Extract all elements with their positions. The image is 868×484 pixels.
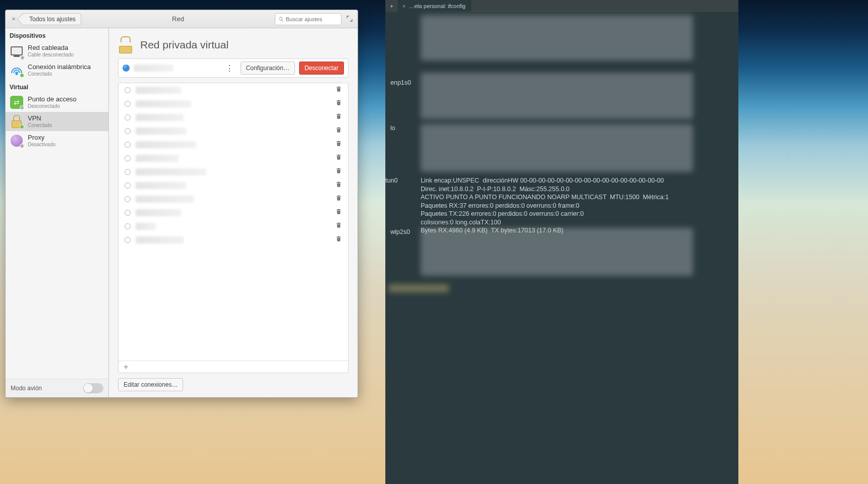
tun0-l1: Link encap:UNSPEC direcciónHW 00-00-00-0… [421,177,664,184]
active-connection-name [134,65,173,72]
trash-icon[interactable] [335,126,342,136]
window-title: Red [84,15,272,23]
sidebar-item-sub: Desactivado [28,142,55,148]
sidebar-item-wired[interactable]: Red cableada Cable desconectado [6,41,108,60]
connection-row[interactable] [119,219,348,233]
titlebar: × Todos los ajustes Red [6,10,358,28]
connection-name [136,87,181,94]
radio-icon[interactable] [125,155,131,161]
tun0-l2: Direc. inet:10.8.0.2 P-t-P:10.8.0.2 Másc… [421,186,569,193]
sidebar-item-wifi[interactable]: Conexión inalámbrica Conectado [6,60,108,80]
iface-lo: lo [390,124,421,133]
sidebar-item-sub: Conectado [28,123,52,129]
maximize-icon[interactable] [344,15,355,24]
back-button[interactable]: Todos los ajustes [22,13,81,25]
radio-icon[interactable] [125,183,131,189]
connection-row[interactable] [119,151,348,165]
sidebar-item-label: Punto de acceso [28,96,77,103]
connection-row[interactable] [119,110,348,124]
trash-icon[interactable] [335,167,342,176]
sidebar-item-label: VPN [28,115,52,123]
radio-icon[interactable] [125,128,131,134]
search-field[interactable] [275,13,341,25]
connection-row[interactable] [119,233,348,247]
radio-icon[interactable] [125,223,131,229]
trash-icon[interactable] [335,140,342,149]
radio-icon[interactable] [125,237,131,243]
connection-name [136,182,186,189]
radio-icon[interactable] [125,210,131,216]
sidebar-item-sub: Desconectado [28,103,77,109]
connection-name [136,141,196,148]
terminal-tab-close-icon[interactable]: × [402,3,406,9]
connection-name [136,236,184,244]
radio-icon[interactable] [125,142,131,148]
radio-icon[interactable] [125,169,131,175]
connection-name [136,128,186,135]
search-input[interactable] [286,16,338,22]
sidebar-header-devices: Dispositivos [6,28,108,41]
connection-name [136,155,179,162]
active-connection-bar: ⋮ Configuración… Desconectar [118,58,349,78]
radio-icon[interactable] [125,114,131,120]
terminal-window: + × …eta personal: ifconfig enp1s0 lo tu… [385,0,738,484]
trash-icon[interactable] [335,85,342,95]
trash-icon[interactable] [335,221,342,231]
lock-icon [118,36,133,53]
trash-icon[interactable] [335,235,342,245]
sidebar-item-label: Conexión inalámbrica [28,64,91,71]
sidebar-item-label: Proxy [28,134,55,142]
edit-connections-button[interactable]: Editar conexiones… [118,378,183,391]
kebab-icon[interactable]: ⋮ [225,64,234,73]
connection-list: + [118,83,349,373]
connection-name [136,223,156,230]
radio-icon[interactable] [125,87,131,93]
connection-row[interactable] [119,206,348,219]
search-icon [278,16,284,22]
tun0-l5: Paquetes TX:226 errores:0 perdidos:0 ove… [421,210,584,217]
check-icon [123,65,130,72]
wifi-icon [10,63,24,77]
tun0-l4: Paquetes RX:37 errores:0 perdidos:0 over… [421,202,580,209]
sidebar-item-sub: Cable desconectado [28,52,74,58]
iface-enp1s0: enp1s0 [390,79,421,87]
wired-icon [10,44,24,58]
terminal-tab[interactable]: × …eta personal: ifconfig [398,0,471,12]
iface-tun0: tun0 [385,176,421,185]
trash-icon[interactable] [335,208,342,217]
sidebar-item-hotspot[interactable]: ⇄ Punto de acceso Desconectado [6,93,108,112]
connection-name [136,196,194,203]
connection-name [136,114,184,121]
connection-row[interactable] [119,83,348,97]
disconnect-button[interactable]: Desconectar [299,62,344,75]
main-header: Red privada virtual [118,36,349,53]
radio-icon[interactable] [125,101,131,107]
radio-icon[interactable] [125,196,131,202]
sidebar-item-vpn[interactable]: VPN Conectado [6,112,108,131]
connection-row[interactable] [119,165,348,178]
trash-icon[interactable] [335,153,342,163]
trash-icon[interactable] [335,194,342,204]
page-title: Red privada virtual [140,39,228,51]
connection-name [136,100,191,107]
back-button-label: Todos los ajustes [29,16,76,23]
connection-row[interactable] [119,97,348,110]
connection-row[interactable] [119,192,348,206]
terminal-new-tab[interactable]: + [385,0,398,12]
configure-button[interactable]: Configuración… [241,62,295,75]
airplane-mode-toggle[interactable] [83,383,103,393]
connection-row[interactable] [119,138,348,151]
trash-icon[interactable] [335,112,342,122]
settings-window: × Todos los ajustes Red Dispositivos Red… [5,10,358,398]
connection-row[interactable] [119,124,348,138]
sidebar: Dispositivos Red cableada Cable desconec… [6,28,109,397]
add-connection-button[interactable]: + [119,360,348,373]
hotspot-icon: ⇄ [10,95,24,109]
sidebar-item-proxy[interactable]: Proxy Desactivado [6,131,108,150]
trash-icon[interactable] [335,99,342,108]
iface-wlp2s0: wlp2s0 [390,228,421,236]
terminal-body[interactable]: enp1s0 lo tun0Link encap:UNSPEC direcció… [385,12,738,484]
connection-row[interactable] [119,178,348,192]
sidebar-item-sub: Conectado [28,71,91,77]
trash-icon[interactable] [335,180,342,190]
